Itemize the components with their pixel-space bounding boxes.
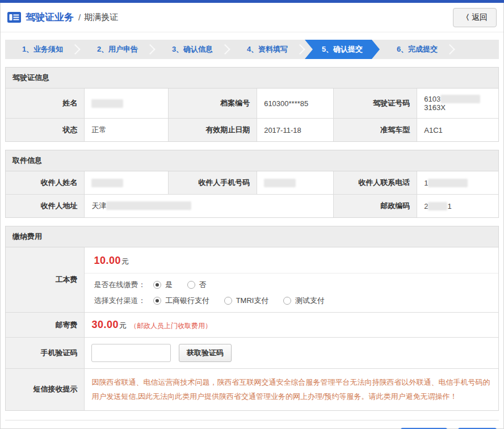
sms-tip-cell: 因陕西省联通、电信运营商技术问题，陕西省互联网交通安全综合服务管理平台无法向持陕… [85,369,498,410]
payment-options: 是否在线缴费： 是 否 选择支付渠道： 工商银行支付 TMRI支付 测试支付 [85,273,498,312]
radio-label: 否 [199,280,207,289]
tel-prefix: 1 [424,179,428,187]
step-1-business-notice: 1、业务须知 [5,40,80,59]
radio-channel-tmri[interactable]: TMRI支付 [224,296,269,305]
redacted-value [106,201,191,210]
channel-row: 选择支付渠道： 工商银行支付 TMRI支付 测试支付 [94,296,489,306]
file-no-value: 610300****85 [257,89,334,119]
step-2-user-declaration: 2、用户申告 [80,40,155,59]
recipient-tel-value: 1 [417,171,498,195]
currency-unit: 元 [121,257,129,266]
radio-label: 是 [165,280,173,289]
license-no-value: 61033163X [417,89,498,119]
radio-online-yes[interactable]: 是 [153,280,173,289]
postage-cell: 30.00元（邮政人员上门收取费用） [85,313,498,338]
steps-bar-filler [455,40,499,59]
redacted-value [91,99,123,108]
table-row: 状态 正常 有效期止日期 2017-11-18 准驾车型 A1C1 [6,119,498,142]
card-fee-amount: 10.00 [94,255,121,266]
breadcrumb-divider: / [78,12,81,22]
radio-channel-test[interactable]: 测试支付 [283,296,325,305]
expiry-value: 2017-11-18 [257,119,334,142]
sms-code-cell: 获取验证码 [85,338,498,369]
redacted-value [440,95,480,103]
radio-unselected-icon [283,297,291,305]
radio-label: TMRI支付 [236,296,269,305]
section-fees: 缴纳费用 工本费 10.00元 是否在线缴费： 是 否 [5,226,499,411]
get-code-button[interactable]: 获取验证码 [179,344,232,362]
back-button-label: 返回 [472,12,488,23]
redacted-value [91,179,123,187]
redacted-value [428,179,468,187]
recipient-phone-value [257,171,334,195]
breadcrumb-subtitle: 期满换证 [84,12,118,23]
postage-note: （邮政人员上门收取费用） [130,322,212,330]
license-no-prefix: 6103 [424,95,440,103]
redacted-value [428,202,447,211]
table-row: 收件人地址 天津 邮政编码 21 [6,195,498,218]
pickup-section-title: 取件信息 [6,150,498,171]
radio-selected-icon [153,281,161,289]
step-6-complete-submit: 6、完成提交 [380,40,455,59]
license-no-label: 驾驶证号码 [333,89,417,119]
card-fee-amount-row: 10.00元 [85,247,498,273]
back-button[interactable]: 〈 返回 [453,8,497,27]
address-label: 收件人地址 [6,195,85,218]
page-container: 驾驶证业务 / 期满换证 〈 返回 1、业务须知 2、用户申告 3、确认信息 4… [0,3,504,429]
table-row: 手机验证码 获取验证码 [6,338,498,369]
license-section-title: 驾驶证信息 [6,68,498,89]
name-label: 姓名 [6,89,85,119]
file-no-label: 档案编号 [168,89,257,119]
table-row: 姓名 档案编号 610300****85 驾驶证号码 61033163X [6,89,498,119]
card-fee-label: 工本费 [6,247,85,313]
sms-code-input[interactable] [91,344,171,362]
channel-label: 选择支付渠道： [94,296,145,305]
recipient-name-value [85,171,169,195]
step-3-confirm-info: 3、确认信息 [155,40,230,59]
radio-label: 测试支付 [295,296,325,305]
status-value: 正常 [85,119,169,142]
radio-channel-icbc[interactable]: 工商银行支付 [153,296,209,305]
step-5-confirm-submit: 5、确认提交 [305,40,380,59]
currency-unit: 元 [119,321,127,330]
recipient-phone-label: 收件人手机号码 [168,171,257,195]
class-value: A1C1 [417,119,498,142]
recipient-name-label: 收件人姓名 [6,171,85,195]
online-pay-label: 是否在线缴费： [94,280,145,289]
redacted-value [264,179,296,187]
radio-selected-icon [153,297,161,305]
sms-code-label: 手机验证码 [6,338,85,369]
postcode-value: 21 [417,195,498,218]
postcode-suffix: 1 [447,202,451,211]
radio-online-no[interactable]: 否 [187,280,207,289]
fees-section-title: 缴纳费用 [6,226,498,247]
radio-unselected-icon [224,297,232,305]
section-pickup-info: 取件信息 收件人姓名 收件人手机号码 收件人联系电话 1 收件人地址 天津 邮政… [5,150,499,218]
postcode-prefix: 2 [424,202,428,211]
class-label: 准驾车型 [333,119,417,142]
sms-tip-label: 短信接收提示 [6,369,85,410]
postage-amount: 30.00 [91,319,119,330]
address-prefix: 天津 [91,201,106,210]
sms-tip-text: 因陕西省联通、电信运营商技术问题，陕西省互联网交通安全综合服务管理平台无法向持陕… [91,375,492,404]
license-menu-icon [7,12,21,23]
license-table: 姓名 档案编号 610300****85 驾驶证号码 61033163X 状态 … [6,89,498,141]
radio-unselected-icon [187,281,195,289]
radio-label: 工商银行支付 [165,296,209,305]
table-row: 收件人姓名 收件人手机号码 收件人联系电话 1 [6,171,498,195]
steps-bar: 1、业务须知 2、用户申告 3、确认信息 4、资料填写 5、确认提交 6、完成提… [5,40,499,59]
table-row: 工本费 10.00元 是否在线缴费： 是 否 选择支付渠道： 工商银行支付 [6,247,498,313]
table-row: 短信接收提示 因陕西省联通、电信运营商技术问题，陕西省互联网交通安全综合服务管理… [6,369,498,410]
table-row: 邮寄费 30.00元（邮政人员上门收取费用） [6,313,498,338]
recipient-tel-label: 收件人联系电话 [333,171,417,195]
step-4-fill-materials: 4、资料填写 [230,40,305,59]
status-label: 状态 [6,119,85,142]
page-title: 驾驶证业务 [26,11,74,24]
card-fee-cell: 10.00元 是否在线缴费： 是 否 选择支付渠道： 工商银行支付 TMRI支付 [85,247,498,313]
address-value: 天津 [85,195,333,218]
postage-label: 邮寄费 [6,313,85,338]
online-pay-row: 是否在线缴费： 是 否 [94,280,489,290]
section-license-info: 驾驶证信息 姓名 档案编号 610300****85 驾驶证号码 6103316… [5,67,499,142]
name-value [85,89,169,119]
footer-actions: 上一步 完成 [5,420,499,429]
